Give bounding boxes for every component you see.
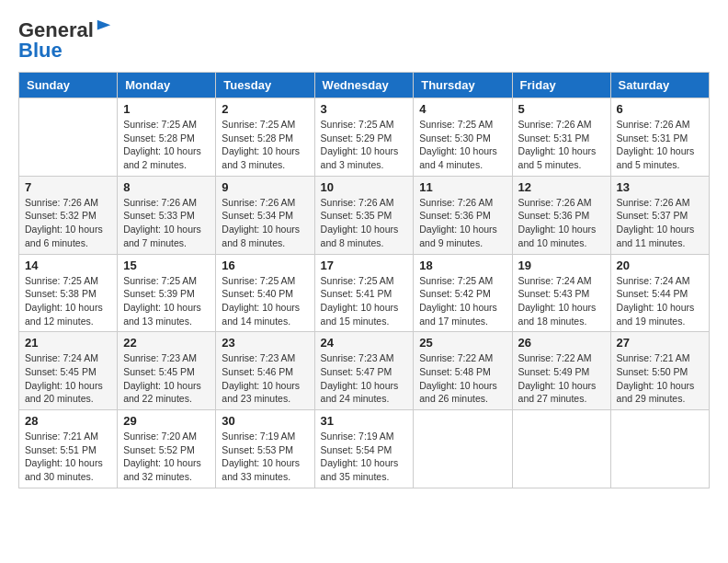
- calendar-cell: [19, 98, 118, 177]
- day-info: Sunrise: 7:25 AMSunset: 5:28 PMDaylight:…: [123, 118, 210, 172]
- day-info: Sunrise: 7:26 AMSunset: 5:36 PMDaylight:…: [419, 196, 506, 250]
- day-info: Sunrise: 7:26 AMSunset: 5:37 PMDaylight:…: [617, 196, 703, 250]
- weekday-header-saturday: Saturday: [610, 73, 709, 98]
- day-number: 18: [419, 259, 506, 272]
- day-number: 28: [25, 414, 111, 428]
- calendar-cell: 20Sunrise: 7:24 AMSunset: 5:44 PMDayligh…: [610, 254, 709, 332]
- calendar-cell: 28Sunrise: 7:21 AMSunset: 5:51 PMDayligh…: [19, 410, 118, 488]
- day-info: Sunrise: 7:26 AMSunset: 5:34 PMDaylight:…: [222, 196, 308, 250]
- day-info: Sunrise: 7:25 AMSunset: 5:40 PMDaylight:…: [222, 274, 308, 328]
- calendar-cell: 21Sunrise: 7:24 AMSunset: 5:45 PMDayligh…: [19, 332, 118, 410]
- calendar-cell: [512, 410, 610, 488]
- day-number: 1: [123, 102, 210, 116]
- day-info: Sunrise: 7:25 AMSunset: 5:30 PMDaylight:…: [419, 118, 506, 172]
- calendar-cell: 16Sunrise: 7:25 AMSunset: 5:40 PMDayligh…: [216, 254, 314, 332]
- day-info: Sunrise: 7:26 AMSunset: 5:31 PMDaylight:…: [518, 118, 605, 172]
- calendar-cell: 12Sunrise: 7:26 AMSunset: 5:36 PMDayligh…: [512, 176, 610, 254]
- weekday-header-wednesday: Wednesday: [314, 73, 414, 98]
- calendar-cell: 14Sunrise: 7:25 AMSunset: 5:38 PMDayligh…: [19, 254, 118, 332]
- calendar-cell: 26Sunrise: 7:22 AMSunset: 5:49 PMDayligh…: [512, 332, 610, 410]
- day-info: Sunrise: 7:25 AMSunset: 5:28 PMDaylight:…: [222, 118, 308, 172]
- day-number: 26: [518, 336, 605, 350]
- day-number: 31: [321, 414, 408, 428]
- calendar-cell: 4Sunrise: 7:25 AMSunset: 5:30 PMDaylight…: [414, 98, 512, 177]
- day-number: 17: [321, 259, 408, 272]
- day-info: Sunrise: 7:22 AMSunset: 5:48 PMDaylight:…: [419, 351, 506, 406]
- calendar-cell: 5Sunrise: 7:26 AMSunset: 5:31 PMDaylight…: [512, 98, 610, 177]
- day-info: Sunrise: 7:25 AMSunset: 5:29 PMDaylight:…: [321, 118, 408, 172]
- logo: General Blue: [18, 18, 112, 63]
- day-number: 21: [25, 336, 111, 350]
- calendar-cell: 8Sunrise: 7:26 AMSunset: 5:33 PMDaylight…: [118, 176, 216, 254]
- day-number: 23: [222, 336, 308, 350]
- day-number: 14: [25, 259, 111, 272]
- day-info: Sunrise: 7:23 AMSunset: 5:46 PMDaylight:…: [222, 351, 308, 406]
- day-info: Sunrise: 7:19 AMSunset: 5:53 PMDaylight:…: [222, 430, 308, 484]
- calendar-cell: 17Sunrise: 7:25 AMSunset: 5:41 PMDayligh…: [314, 254, 414, 332]
- day-number: 19: [518, 259, 605, 272]
- calendar-cell: 3Sunrise: 7:25 AMSunset: 5:29 PMDaylight…: [314, 98, 414, 177]
- calendar-cell: 2Sunrise: 7:25 AMSunset: 5:28 PMDaylight…: [216, 98, 314, 177]
- day-info: Sunrise: 7:22 AMSunset: 5:49 PMDaylight:…: [518, 351, 605, 406]
- weekday-header-friday: Friday: [512, 73, 610, 98]
- day-info: Sunrise: 7:26 AMSunset: 5:36 PMDaylight:…: [518, 196, 605, 250]
- calendar-table: SundayMondayTuesdayWednesdayThursdayFrid…: [18, 72, 710, 488]
- day-number: 27: [617, 336, 703, 350]
- day-info: Sunrise: 7:19 AMSunset: 5:54 PMDaylight:…: [321, 430, 408, 484]
- calendar-cell: 24Sunrise: 7:23 AMSunset: 5:47 PMDayligh…: [314, 332, 414, 410]
- day-info: Sunrise: 7:20 AMSunset: 5:52 PMDaylight:…: [123, 430, 210, 484]
- day-number: 2: [222, 102, 308, 116]
- day-number: 15: [123, 259, 210, 272]
- day-info: Sunrise: 7:25 AMSunset: 5:38 PMDaylight:…: [25, 274, 111, 328]
- calendar-week-row: 14Sunrise: 7:25 AMSunset: 5:38 PMDayligh…: [19, 254, 710, 332]
- calendar-cell: 10Sunrise: 7:26 AMSunset: 5:35 PMDayligh…: [314, 176, 414, 254]
- logo-blue-text: Blue: [18, 39, 63, 63]
- calendar-cell: 7Sunrise: 7:26 AMSunset: 5:32 PMDaylight…: [19, 176, 118, 254]
- day-info: Sunrise: 7:21 AMSunset: 5:51 PMDaylight:…: [25, 430, 111, 484]
- day-info: Sunrise: 7:21 AMSunset: 5:50 PMDaylight:…: [617, 351, 703, 406]
- weekday-header-sunday: Sunday: [19, 73, 118, 98]
- calendar-cell: 13Sunrise: 7:26 AMSunset: 5:37 PMDayligh…: [610, 176, 709, 254]
- day-info: Sunrise: 7:24 AMSunset: 5:44 PMDaylight:…: [617, 274, 703, 328]
- weekday-header-monday: Monday: [118, 73, 216, 98]
- day-number: 3: [321, 102, 408, 116]
- day-number: 12: [518, 180, 605, 194]
- calendar-cell: 19Sunrise: 7:24 AMSunset: 5:43 PMDayligh…: [512, 254, 610, 332]
- calendar-cell: 22Sunrise: 7:23 AMSunset: 5:45 PMDayligh…: [118, 332, 216, 410]
- logo-flag-icon: [96, 18, 112, 35]
- calendar-cell: 11Sunrise: 7:26 AMSunset: 5:36 PMDayligh…: [414, 176, 512, 254]
- day-info: Sunrise: 7:26 AMSunset: 5:33 PMDaylight:…: [123, 196, 210, 250]
- day-number: 24: [321, 336, 408, 350]
- svg-marker-0: [97, 20, 110, 30]
- calendar-cell: 27Sunrise: 7:21 AMSunset: 5:50 PMDayligh…: [610, 332, 709, 410]
- day-number: 20: [617, 259, 703, 272]
- day-number: 9: [222, 180, 308, 194]
- day-number: 30: [222, 414, 308, 428]
- day-info: Sunrise: 7:26 AMSunset: 5:32 PMDaylight:…: [25, 196, 111, 250]
- calendar-week-row: 28Sunrise: 7:21 AMSunset: 5:51 PMDayligh…: [19, 410, 710, 488]
- calendar-cell: 25Sunrise: 7:22 AMSunset: 5:48 PMDayligh…: [414, 332, 512, 410]
- day-info: Sunrise: 7:26 AMSunset: 5:35 PMDaylight:…: [321, 196, 408, 250]
- calendar-cell: 6Sunrise: 7:26 AMSunset: 5:31 PMDaylight…: [610, 98, 709, 177]
- weekday-header-tuesday: Tuesday: [216, 73, 314, 98]
- day-number: 11: [419, 180, 506, 194]
- weekday-header-row: SundayMondayTuesdayWednesdayThursdayFrid…: [19, 73, 710, 98]
- calendar-cell: 29Sunrise: 7:20 AMSunset: 5:52 PMDayligh…: [118, 410, 216, 488]
- day-info: Sunrise: 7:25 AMSunset: 5:39 PMDaylight:…: [123, 274, 210, 328]
- day-number: 22: [123, 336, 210, 350]
- day-info: Sunrise: 7:25 AMSunset: 5:41 PMDaylight:…: [321, 274, 408, 328]
- calendar-cell: [414, 410, 512, 488]
- calendar-cell: 31Sunrise: 7:19 AMSunset: 5:54 PMDayligh…: [314, 410, 414, 488]
- day-number: 13: [617, 180, 703, 194]
- day-info: Sunrise: 7:25 AMSunset: 5:42 PMDaylight:…: [419, 274, 506, 328]
- day-info: Sunrise: 7:23 AMSunset: 5:47 PMDaylight:…: [321, 351, 408, 406]
- weekday-header-thursday: Thursday: [414, 73, 512, 98]
- calendar-week-row: 1Sunrise: 7:25 AMSunset: 5:28 PMDaylight…: [19, 98, 710, 177]
- calendar-cell: 30Sunrise: 7:19 AMSunset: 5:53 PMDayligh…: [216, 410, 314, 488]
- day-number: 7: [25, 180, 111, 194]
- day-number: 16: [222, 259, 308, 272]
- day-info: Sunrise: 7:24 AMSunset: 5:45 PMDaylight:…: [25, 351, 111, 406]
- day-number: 8: [123, 180, 210, 194]
- day-number: 29: [123, 414, 210, 428]
- day-number: 10: [321, 180, 408, 194]
